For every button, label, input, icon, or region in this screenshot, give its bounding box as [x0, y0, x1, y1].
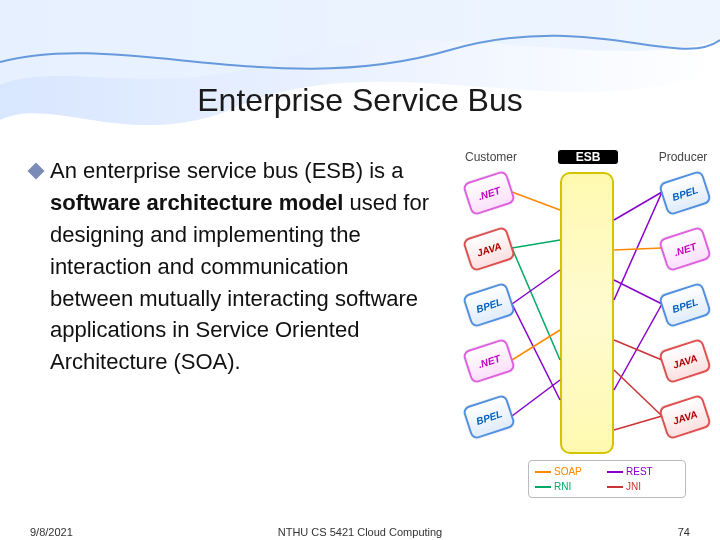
body-text: An enterprise service bus (ESB) is a sof… — [30, 155, 430, 378]
bullet-text-post: used for designing and implementing the … — [50, 190, 429, 374]
svg-line-9 — [614, 248, 662, 250]
bullet-paragraph: An enterprise service bus (ESB) is a sof… — [50, 155, 430, 378]
svg-line-12 — [614, 340, 662, 360]
bullet-diamond-icon — [28, 163, 45, 180]
esb-diagram: Customer ESB Producer .NET JAVA BPEL .NE… — [462, 150, 712, 520]
svg-line-13 — [614, 370, 662, 416]
bullet-text-strong: software architecture model — [50, 190, 343, 215]
legend-jni: JNI — [607, 479, 679, 494]
bullet-text-pre: An enterprise service bus (ESB) is a — [50, 158, 403, 183]
svg-line-3 — [512, 270, 560, 304]
svg-line-7 — [614, 192, 662, 220]
page-title: Enterprise Service Bus — [0, 82, 720, 119]
footer-date: 9/8/2021 — [30, 526, 73, 538]
svg-line-1 — [512, 240, 560, 248]
footer-course: NTHU CS 5421 Cloud Computing — [278, 526, 442, 538]
svg-line-10 — [614, 280, 662, 304]
legend-box: SOAP REST RNI JNI — [528, 460, 686, 498]
legend-rni: RNI — [535, 479, 607, 494]
legend-soap: SOAP — [535, 464, 607, 479]
svg-line-14 — [614, 416, 662, 430]
svg-line-6 — [512, 380, 560, 416]
background-wave — [0, 0, 720, 160]
svg-line-0 — [512, 192, 560, 210]
svg-line-2 — [512, 248, 560, 360]
legend-rest: REST — [607, 464, 679, 479]
footer-page-number: 74 — [678, 526, 690, 538]
